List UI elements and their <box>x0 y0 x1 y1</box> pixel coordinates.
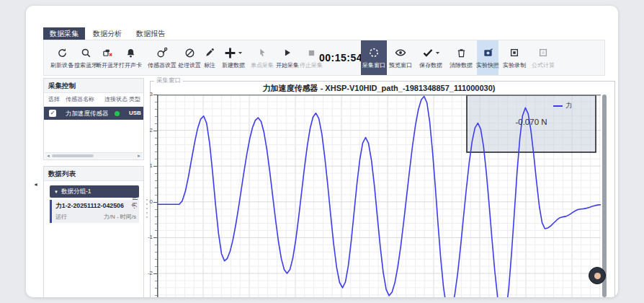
dashed-circle-icon <box>368 47 380 58</box>
save-data-button[interactable]: 保存数据 <box>415 40 447 75</box>
toolbar-button-label: 预览窗口 <box>389 61 412 69</box>
data-group-label: 数据分组-1 <box>61 188 91 195</box>
panel-title-data-list: 数据列表 <box>44 167 143 181</box>
app-window: 数据采集数据分析数据报告 00:15:54 刷新设备搜索蓝牙断开蓝牙打开声卡传感… <box>26 6 618 297</box>
sensor-checkbox[interactable] <box>49 110 56 117</box>
experiment-record-button[interactable]: 实验录制 <box>501 40 528 75</box>
toolbar-button-label: 停止采集 <box>300 61 323 69</box>
formula-icon <box>538 48 548 58</box>
sensor-table-header: 选择传感器名称连接状态类型 <box>44 93 143 107</box>
collect-window-button[interactable]: 采集窗口 <box>361 40 387 75</box>
panel-title-collection-control: 采集控制 <box>44 79 143 93</box>
search-icon <box>81 48 91 58</box>
stop-icon <box>307 48 316 58</box>
data-list-panel: 数据列表 ▼数据分组-1力1-2-20251112-042506⋮运行力/N -… <box>43 166 144 297</box>
collection-control-panel: 采集控制 选择传感器名称连接状态类型 力加速度传感器USB <box>43 78 144 160</box>
column-header: 连接状态 <box>104 93 128 106</box>
data-group-header[interactable]: ▼数据分组-1 <box>50 185 139 198</box>
panel-splitter-handle[interactable] <box>146 195 148 222</box>
assistant-avatar-button[interactable] <box>589 267 606 284</box>
refresh-icon <box>57 48 68 58</box>
chevron-down-icon: ▼ <box>54 190 58 194</box>
open-soundcard-button[interactable]: 打开声卡 <box>116 40 145 75</box>
chevron-down-icon <box>238 50 243 56</box>
chart-title: 力加速度传感器 - XHSP-V10HID_path_-1981348857_1… <box>157 83 601 94</box>
toolbar-button-label: 处理设置 <box>178 61 201 69</box>
toolbar-button-label: 公式计算 <box>532 61 555 69</box>
toolbar-button-label: 保存数据 <box>419 61 442 69</box>
sensor-icon <box>156 47 168 58</box>
compass-icon <box>184 48 195 58</box>
formula-calc-button[interactable]: 公式计算 <box>529 40 557 75</box>
data-item-title: 力1-2-20251112-042506 <box>55 202 130 211</box>
column-header: 传感器名称 <box>66 93 94 106</box>
start-collect-button[interactable]: 开始采集 <box>274 40 300 75</box>
clear-data-button[interactable]: 清除数据 <box>448 40 474 75</box>
column-header: 选择 <box>48 93 60 106</box>
value-annotation: -0.070 N <box>467 118 596 126</box>
scroll-right-icon[interactable] <box>137 153 141 159</box>
cursor-icon <box>257 48 267 58</box>
toolbar-button-label: 单点采集 <box>251 61 274 69</box>
column-header: 类型 <box>129 93 140 106</box>
sensor-settings-button[interactable]: 传感器设置 <box>145 40 179 75</box>
toolbar-button-label: 实验快照 <box>476 61 499 69</box>
bell-icon <box>125 48 136 58</box>
preview-window-button[interactable]: 预览窗口 <box>388 40 413 75</box>
legend-label: 力 <box>565 101 572 110</box>
data-item-axes: 力/N - 时间/s <box>104 213 136 221</box>
sensor-table-body: 力加速度传感器USB <box>44 107 143 120</box>
toolbar: 00:15:54 刷新设备搜索蓝牙断开蓝牙打开声卡传感器设置处理设置标注新建数据… <box>43 40 605 76</box>
toolbar-button-label: 清除数据 <box>450 61 473 69</box>
tab-data-report[interactable]: 数据报告 <box>130 27 171 40</box>
sensor-type: USB <box>129 107 141 120</box>
data-item-status: 运行 <box>55 213 67 221</box>
bluetooth-off-icon <box>102 48 113 58</box>
chart-legend: 力 <box>553 101 572 110</box>
sidebar-collapse-button[interactable] <box>33 182 38 187</box>
vertical-scrollbar[interactable] <box>602 95 607 297</box>
record-icon <box>509 48 519 58</box>
scroll-left-icon[interactable] <box>46 153 50 159</box>
y-axis-label: 力 [N] <box>130 193 138 207</box>
plus-icon <box>224 47 236 59</box>
stop-collect-button[interactable]: 停止采集 <box>299 40 323 75</box>
data-list-item[interactable]: 力1-2-20251112-042506⋮运行力/N - 时间/s <box>50 200 139 223</box>
sensor-row[interactable]: 力加速度传感器USB <box>44 107 143 120</box>
toolbar-button-label: 标注 <box>204 61 215 69</box>
marker-icon <box>205 48 215 58</box>
experiment-snapshot-button[interactable]: 实验快照 <box>477 40 498 75</box>
legend-line-swatch <box>553 105 563 107</box>
toolbar-button-label: 传感器设置 <box>148 61 176 69</box>
tab-bar: 数据采集数据分析数据报告 <box>43 27 171 40</box>
tab-data-collect[interactable]: 数据采集 <box>43 27 85 40</box>
new-data-button[interactable]: 新建数据 <box>215 40 251 75</box>
chevron-down-icon <box>435 50 440 56</box>
trash-icon <box>456 48 467 58</box>
toolbar-button-label: 开始采集 <box>276 61 299 69</box>
horizontal-scrollbar[interactable] <box>45 152 143 159</box>
eye-icon <box>395 47 406 58</box>
toolbar-button-label: 新建数据 <box>222 61 245 69</box>
play-icon <box>282 48 292 58</box>
toolbar-button-label: 实验录制 <box>503 61 526 69</box>
toolbar-button-label: 打开声卡 <box>119 61 142 69</box>
toolbar-button-label: 刷新设备 <box>50 61 73 69</box>
check-icon <box>422 47 434 58</box>
scrollbar-thumb[interactable] <box>52 154 94 157</box>
tab-data-analysis[interactable]: 数据分析 <box>86 27 128 40</box>
timer-display: 00:15:54 <box>319 40 362 75</box>
point-collect-button[interactable]: 单点采集 <box>249 40 276 75</box>
chart-plot[interactable]: 力 -0.070 N <box>157 95 601 297</box>
desktop-background: 数据采集数据分析数据报告 00:15:54 刷新设备搜索蓝牙断开蓝牙打开声卡传感… <box>0 0 644 303</box>
sensor-name: 力加速度传感器 <box>66 107 109 120</box>
status-dot <box>115 111 120 116</box>
snapshot-icon <box>483 48 493 58</box>
toolbar-button-label: 采集窗口 <box>362 61 385 69</box>
